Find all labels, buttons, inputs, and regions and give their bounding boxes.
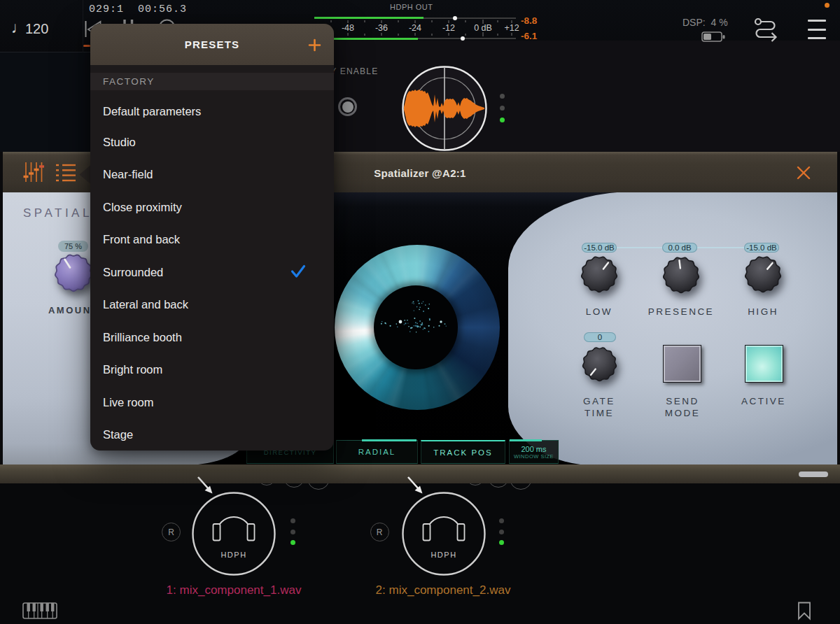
svg-text:HDPH: HDPH (220, 551, 246, 559)
svg-text:HDPH: HDPH (430, 551, 456, 559)
